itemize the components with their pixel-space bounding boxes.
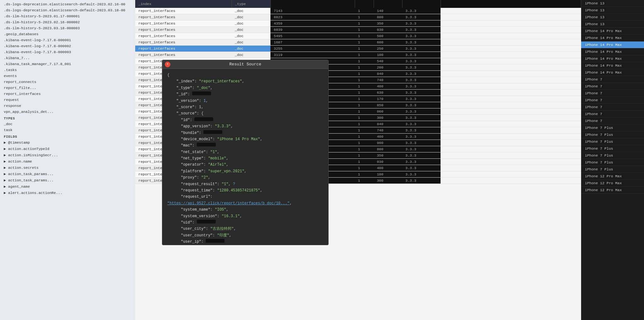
device-item[interactable]: iPhone 14 Pro Max bbox=[581, 55, 644, 62]
device-item[interactable]: iPhone 7 bbox=[581, 97, 644, 104]
device-item[interactable]: iPhone 12 Pro Max bbox=[581, 180, 644, 187]
sidebar-item-10[interactable]: .kibana_task_manager_7.17.8_001 bbox=[0, 61, 135, 67]
popup-title: Result Source bbox=[229, 62, 261, 67]
cell-ver: 3.3.3 bbox=[402, 140, 441, 146]
device-item[interactable]: iPhone 7 bbox=[581, 104, 644, 111]
table-row[interactable]: report_interfaces _doc 4359 1 350 3.3.3 bbox=[135, 20, 581, 27]
device-item[interactable]: iPhone 7 Plus bbox=[581, 131, 644, 138]
device-item[interactable]: iPhone 7 Plus bbox=[581, 152, 644, 159]
cell-ver: 3.3.3 bbox=[402, 146, 441, 152]
cell-id1: 6039 bbox=[270, 27, 355, 33]
sidebar-field-timestamp[interactable]: ▶ @timestamp bbox=[0, 139, 135, 146]
device-item[interactable]: iPhone 7 bbox=[581, 111, 644, 118]
table-row[interactable]: report_interfaces _doc 3119 1 100 3.3.3 bbox=[135, 52, 581, 58]
device-item[interactable]: iPhone 12 Pro Max bbox=[581, 173, 644, 180]
cell-id2: 800 bbox=[374, 146, 402, 152]
device-item[interactable]: iPhone 13 bbox=[581, 7, 644, 14]
device-item[interactable]: iPhone 13 bbox=[581, 14, 644, 21]
sidebar-field-task-params1[interactable]: ▶ action_task_params... bbox=[0, 171, 135, 177]
col-header-id bbox=[270, 0, 355, 8]
cell-ver: 3.3.3 bbox=[402, 14, 441, 20]
sidebar-item-0[interactable]: .ds-logs-deprecation.elasticsearch-defau… bbox=[0, 1, 135, 7]
table-row[interactable]: report_interfaces _doc 3255 1 250 3.3.3 bbox=[135, 46, 581, 52]
sidebar-item-report-interfaces[interactable]: report_interfaces bbox=[0, 91, 135, 97]
device-item[interactable]: iPhone 14 Pro Max bbox=[581, 69, 644, 76]
sidebar-item-7[interactable]: .kibana-event-log-7.17.8-000002 bbox=[0, 43, 135, 49]
cell-index: report_interfaces bbox=[135, 14, 232, 20]
device-item[interactable]: iPhone 14 Pro Max bbox=[581, 28, 644, 35]
sidebar-field-task-params2[interactable]: ▶ action_task_params... bbox=[0, 177, 135, 183]
sidebar: .ds-logs-deprecation.elasticsearch-defau… bbox=[0, 0, 135, 320]
cell-v: 1 bbox=[355, 146, 374, 152]
cell-v: 1 bbox=[355, 20, 374, 27]
cell-id2: 840 bbox=[374, 71, 402, 77]
device-item[interactable]: iPhone 7 Plus bbox=[581, 124, 644, 131]
types-section-title: Types bbox=[0, 115, 135, 121]
popup-header: × Result Source bbox=[162, 60, 328, 69]
cell-ver: 3.3.3 bbox=[402, 152, 441, 159]
cell-ver: 3.3.3 bbox=[402, 77, 441, 83]
sidebar-item-5[interactable]: .geoip_databases bbox=[0, 31, 135, 37]
cell-id2: 400 bbox=[374, 165, 402, 171]
sidebar-item-request[interactable]: request bbox=[0, 97, 135, 103]
sidebar-item-3[interactable]: .ds-ilm-history-5-2023.02.16-000002 bbox=[0, 19, 135, 25]
sidebar-item-2[interactable]: .ds-ilm-history-5-2023.01.17-000001 bbox=[0, 13, 135, 19]
table-row[interactable]: report_interfaces _doc 6039 1 030 3.3.3 bbox=[135, 27, 581, 33]
col-header-appver bbox=[402, 0, 441, 8]
device-item[interactable]: iPhone 7 Plus bbox=[581, 159, 644, 166]
cell-id2: 900 bbox=[374, 140, 402, 146]
sidebar-item-vpn[interactable]: vpn_app_analysis_det... bbox=[0, 109, 135, 115]
sidebar-item-1[interactable]: .ds-logs-deprecation.elasticsearch-defau… bbox=[0, 7, 135, 13]
cell-v: 1 bbox=[355, 83, 374, 90]
col-header-version bbox=[374, 0, 402, 8]
table-row[interactable]: report_interfaces _doc 1607 1 600 3.3.3 bbox=[135, 39, 581, 46]
sidebar-field-ismissingsecr[interactable]: ▶ action.isMissingSecr... bbox=[0, 152, 135, 158]
device-item[interactable]: iPhone 7 Plus bbox=[581, 138, 644, 145]
device-item[interactable]: iPhone 7 bbox=[581, 76, 644, 83]
device-item[interactable]: iPhone 7 bbox=[581, 83, 644, 90]
sidebar-item-response[interactable]: response bbox=[0, 103, 135, 109]
cell-ver: 3.3.3 bbox=[402, 165, 441, 171]
device-item[interactable]: iPhone 14 Pro Max bbox=[581, 62, 644, 69]
col-header-index: _index bbox=[135, 0, 232, 8]
cell-id1: 8823 bbox=[270, 14, 355, 20]
device-item[interactable]: iPhone 14 Pro Max bbox=[581, 48, 644, 55]
table-row[interactable]: report_interfaces _doc 5495 1 500 3.3.3 bbox=[135, 33, 581, 39]
sidebar-field-secrets[interactable]: ▶ action.secrets bbox=[0, 164, 135, 171]
device-item[interactable]: iPhone 14 Pro Max bbox=[581, 41, 644, 48]
cell-id2: 300 bbox=[374, 115, 402, 121]
sidebar-item-events[interactable]: events bbox=[0, 73, 135, 79]
sidebar-type-task[interactable]: task bbox=[0, 127, 135, 133]
device-item[interactable]: iPhone 7 Plus bbox=[581, 145, 644, 152]
sidebar-field-action-name[interactable]: ▶ action.name bbox=[0, 158, 135, 164]
device-item[interactable]: iPhone 7 Plus bbox=[581, 166, 644, 173]
sidebar-item-report-filte[interactable]: report_filte... bbox=[0, 85, 135, 91]
device-item[interactable]: iPhone 13 bbox=[581, 21, 644, 28]
col-header-device bbox=[441, 0, 581, 8]
sidebar-item-tasks[interactable]: .tasks bbox=[0, 67, 135, 73]
device-item[interactable]: iPhone 7 bbox=[581, 118, 644, 124]
sidebar-item-report-connects[interactable]: report_connects bbox=[0, 79, 135, 85]
table-row[interactable]: report_interfaces _doc 7143 1 140 3.3.3 bbox=[135, 8, 581, 14]
cell-id2: 170 bbox=[374, 96, 402, 102]
sidebar-field-agent-name[interactable]: ▶ agent_name bbox=[0, 183, 135, 190]
table-row[interactable]: report_interfaces _doc 8823 1 800 3.3.3 bbox=[135, 14, 581, 20]
json-content: { "_index": "report_interfaces", "_type"… bbox=[167, 72, 323, 245]
device-item[interactable]: iPhone 13 bbox=[581, 0, 644, 7]
sidebar-item-4[interactable]: .ds-ilm-history-5-2023.03.18-000003 bbox=[0, 25, 135, 31]
sidebar-item-8[interactable]: .kibana-event-log-7.17.8-000003 bbox=[0, 49, 135, 55]
popup-close-button[interactable]: × bbox=[165, 62, 170, 67]
sidebar-item-9[interactable]: .kibana_7... bbox=[0, 55, 135, 61]
sidebar-field-alert-actions[interactable]: ▶ alert.actions.actionRe... bbox=[0, 190, 135, 196]
device-item[interactable]: iPhone 14 Pro Max bbox=[581, 35, 644, 41]
sidebar-field-actiontypeid[interactable]: ▶ action.actionTypeId bbox=[0, 146, 135, 152]
cell-ver: 3.3.3 bbox=[402, 27, 441, 33]
cell-id2: 030 bbox=[374, 159, 402, 165]
cell-v: 1 bbox=[355, 58, 374, 64]
device-item[interactable]: iPhone 7 bbox=[581, 90, 644, 97]
sidebar-type-doc[interactable]: _doc bbox=[0, 121, 135, 127]
cell-id2: 100 bbox=[374, 171, 402, 178]
cell-ver: 3.3.3 bbox=[402, 33, 441, 39]
sidebar-item-6[interactable]: .kibana-event-log-7.17.8-000001 bbox=[0, 37, 135, 43]
device-item[interactable]: iPhone 12 Pro Max bbox=[581, 187, 644, 194]
